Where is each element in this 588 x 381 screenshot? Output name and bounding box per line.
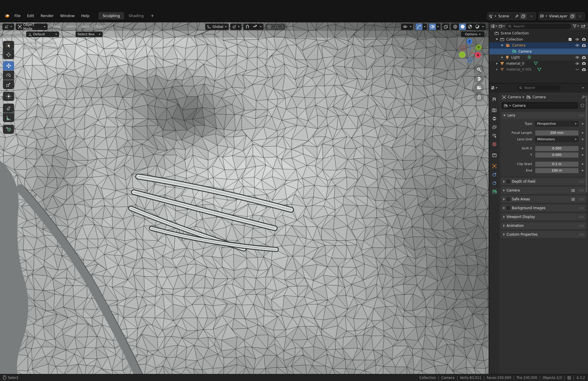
unlink-scene-button[interactable] xyxy=(528,13,534,19)
outliner-search[interactable] xyxy=(506,24,571,29)
outliner-row-scene-collection[interactable]: Scene Collection xyxy=(489,30,588,36)
lock-view-button[interactable] xyxy=(474,92,484,102)
new-scene-button[interactable] xyxy=(520,13,527,19)
custom-properties-panel[interactable]: Custom Properties xyxy=(501,231,586,238)
properties-scrollbar[interactable] xyxy=(586,95,587,192)
menu-render[interactable]: Render xyxy=(37,12,57,19)
menu-help[interactable]: Help xyxy=(78,12,93,19)
tool-select-box[interactable] xyxy=(3,41,14,50)
outliner-row-material-0-001[interactable]: material_0.001 xyxy=(489,66,588,73)
tab-world[interactable] xyxy=(490,140,499,148)
outliner-row-camera-data[interactable]: Camera xyxy=(489,49,588,55)
add-workspace-button[interactable]: + xyxy=(148,13,157,19)
panel-grip-icon[interactable] xyxy=(579,216,584,218)
camera-view-button[interactable] xyxy=(474,83,484,93)
properties-search[interactable] xyxy=(517,85,561,91)
id-name-value[interactable]: Camera xyxy=(512,104,526,108)
expand-icon[interactable] xyxy=(502,56,503,59)
tool-cursor[interactable] xyxy=(3,50,14,59)
outliner-filter-button[interactable] xyxy=(572,23,579,29)
proportional-editing-toggle[interactable] xyxy=(266,24,273,30)
transform-orientation-selector[interactable]: Global xyxy=(205,24,229,30)
outliner-row-light[interactable]: Light xyxy=(489,54,588,61)
properties-options-dropdown[interactable] xyxy=(582,87,584,89)
panel-grip-icon[interactable] xyxy=(579,198,584,201)
focal-length-field[interactable]: 200 mm xyxy=(535,130,579,136)
camera-panel[interactable]: Camera xyxy=(501,187,586,194)
tab-tool[interactable] xyxy=(490,95,499,103)
panel-grip-icon[interactable] xyxy=(579,180,584,183)
shift-y-field[interactable]: 0.000 xyxy=(535,152,579,158)
animate-dot[interactable] xyxy=(582,132,583,134)
tab-constraints[interactable] xyxy=(490,171,499,178)
menu-window[interactable]: Window xyxy=(57,12,78,19)
snap-magnet-toggle[interactable] xyxy=(244,24,251,30)
shading-rendered-button[interactable] xyxy=(474,24,481,30)
tool-measure[interactable] xyxy=(3,113,14,122)
render-visibility-toggle[interactable] xyxy=(581,61,587,66)
editor-type-selector[interactable] xyxy=(2,24,14,30)
animate-dot[interactable] xyxy=(582,163,583,165)
snap-target-selector[interactable] xyxy=(251,24,258,30)
workspace-tab-shading[interactable]: Shading xyxy=(125,12,148,19)
animate-dot[interactable] xyxy=(582,170,583,171)
tool-move[interactable] xyxy=(3,61,14,70)
proportional-falloff-selector[interactable] xyxy=(273,24,280,30)
safe-areas-panel[interactable]: Safe Areas xyxy=(501,196,586,203)
viewport-mesh-render[interactable] xyxy=(0,22,489,374)
presets-list-icon[interactable] xyxy=(571,189,575,192)
xray-toggle[interactable] xyxy=(442,24,449,30)
hide-eye-toggle[interactable] xyxy=(574,43,580,48)
outliner-scope-selector[interactable] xyxy=(498,23,505,29)
panel-grip-icon[interactable] xyxy=(579,114,584,117)
zoom-button[interactable] xyxy=(474,64,484,74)
expand-icon[interactable] xyxy=(496,39,498,40)
hide-eye-toggle[interactable] xyxy=(574,55,580,60)
remove-viewlayer-button[interactable] xyxy=(577,13,583,19)
show-overlays-toggle[interactable] xyxy=(429,24,436,30)
viewport-display-panel[interactable]: Viewport Display xyxy=(501,213,586,220)
scene-name[interactable]: Scene xyxy=(498,14,513,18)
tab-view-layer[interactable] xyxy=(490,123,499,131)
background-images-panel[interactable]: Background Images xyxy=(501,204,586,212)
new-viewlayer-button[interactable] xyxy=(569,13,576,19)
expand-icon[interactable] xyxy=(496,62,498,65)
menu-view[interactable]: View xyxy=(49,24,63,30)
visibility-eye-icon[interactable] xyxy=(402,24,409,30)
new-collection-button[interactable] xyxy=(580,23,587,29)
panel-grip-icon[interactable] xyxy=(579,224,584,227)
background-images-checkbox[interactable] xyxy=(507,206,510,210)
navigation-gizmo[interactable]: Z Y X xyxy=(455,36,486,65)
drag-mode-selector[interactable]: Select Box xyxy=(76,31,103,37)
blender-logo[interactable] xyxy=(2,13,11,18)
tool-orientation-selector[interactable]: Default xyxy=(26,31,59,37)
tab-physics[interactable] xyxy=(490,179,499,187)
outliner-row-camera-object[interactable]: Camera xyxy=(489,42,588,49)
outliner-search-input[interactable] xyxy=(513,24,569,29)
render-visibility-toggle[interactable] xyxy=(581,67,587,72)
tab-object-data[interactable] xyxy=(490,188,499,195)
camera-id-field[interactable]: Camera xyxy=(502,102,578,109)
tool-add-primitive[interactable] xyxy=(3,125,14,134)
animate-dot[interactable] xyxy=(582,148,583,149)
properties-search-input[interactable] xyxy=(524,86,559,90)
shading-wireframe-button[interactable] xyxy=(452,24,459,30)
exclude-checkbox[interactable]: ✓ xyxy=(567,37,573,42)
outliner-display-mode-selector[interactable] xyxy=(491,23,497,29)
3d-viewport[interactable]: Object Mode View Select Add Object Globa… xyxy=(0,22,489,374)
tab-output[interactable] xyxy=(490,115,499,122)
tab-scene[interactable] xyxy=(490,132,499,139)
fake-user-shield-button[interactable] xyxy=(579,103,586,109)
panel-grip-icon[interactable] xyxy=(579,207,584,209)
menu-edit[interactable]: Edit xyxy=(24,12,37,19)
animate-dot[interactable] xyxy=(582,139,583,140)
hide-eye-toggle[interactable] xyxy=(574,37,580,42)
animation-panel[interactable]: Animation xyxy=(501,222,586,229)
clip-end-field[interactable]: 100 m xyxy=(535,168,579,173)
render-visibility-toggle[interactable] xyxy=(581,37,587,42)
menu-object[interactable]: Object xyxy=(91,24,108,30)
breadcrumb-object[interactable]: Camera xyxy=(508,95,521,99)
lens-type-dropdown[interactable]: Perspective xyxy=(535,121,579,127)
menu-add[interactable]: Add xyxy=(79,24,91,30)
animate-dot[interactable] xyxy=(582,123,583,124)
